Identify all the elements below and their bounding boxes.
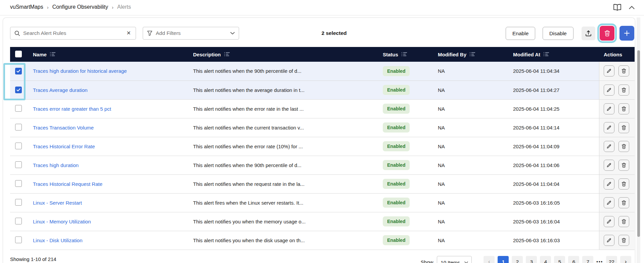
- delete-row-button[interactable]: [618, 141, 629, 152]
- row-checkbox[interactable]: [15, 218, 22, 224]
- check-icon: [16, 88, 20, 92]
- vertical-scrollbar[interactable]: [637, 17, 640, 263]
- edit-row-button[interactable]: [604, 122, 614, 133]
- status-badge: Enabled: [383, 85, 410, 95]
- delete-row-button[interactable]: [618, 216, 629, 227]
- delete-row-button[interactable]: [618, 65, 629, 76]
- column-header-modified-at[interactable]: Modified At: [513, 47, 599, 62]
- page-button-5[interactable]: 5: [554, 256, 565, 263]
- alert-name-link[interactable]: Traces error rate greater than 5 pct: [33, 106, 111, 112]
- alert-name-link[interactable]: Linux - Memory Utilization: [33, 219, 91, 224]
- column-menu-icon[interactable]: [544, 52, 549, 57]
- edit-row-button[interactable]: [604, 197, 614, 208]
- delete-row-button[interactable]: [618, 178, 629, 190]
- edit-row-button[interactable]: [604, 65, 614, 76]
- alert-description: This alert notifies when the error rate …: [193, 99, 383, 118]
- showing-summary: Showing 1-10 of 214: [10, 256, 56, 262]
- page-button-3[interactable]: 3: [526, 256, 537, 263]
- page-button-6[interactable]: 6: [568, 256, 579, 263]
- page-button-22[interactable]: 22: [606, 256, 617, 263]
- status-badge: Enabled: [383, 104, 410, 114]
- column-header-modified-by[interactable]: Modified By: [438, 47, 513, 62]
- row-checkbox[interactable]: [15, 199, 22, 206]
- edit-row-button[interactable]: [604, 103, 614, 114]
- footer-pagination-area: Show 10 Items ‹ 1234567•••22 ›: [421, 256, 631, 263]
- edit-row-button[interactable]: [604, 141, 614, 152]
- delete-row-button[interactable]: [618, 160, 629, 171]
- alert-name-link[interactable]: Linux - Server Restart: [33, 200, 82, 206]
- delete-row-button[interactable]: [618, 103, 629, 114]
- edit-row-button[interactable]: [604, 160, 614, 171]
- alert-name-link[interactable]: Traces high duration: [33, 162, 79, 168]
- row-checkbox[interactable]: [15, 180, 22, 187]
- status-badge: Enabled: [383, 122, 410, 133]
- previous-page-button[interactable]: ‹: [484, 256, 495, 263]
- alert-name-link[interactable]: Traces Historical Error Rate: [33, 144, 95, 149]
- trash-icon: [622, 200, 626, 205]
- alert-name-link[interactable]: Traces high duration for historical aver…: [33, 68, 127, 74]
- row-checkbox[interactable]: [15, 124, 22, 130]
- enable-button[interactable]: Enable: [506, 27, 535, 40]
- add-filters-dropdown[interactable]: Add Filters: [143, 27, 239, 40]
- edit-row-button[interactable]: [604, 216, 614, 227]
- delete-row-button[interactable]: [618, 85, 629, 96]
- search-box: ✕: [10, 27, 136, 40]
- page-button-4[interactable]: 4: [540, 256, 551, 263]
- edit-row-button[interactable]: [604, 178, 614, 190]
- breadcrumb-item-root[interactable]: vuSmartMaps: [10, 4, 43, 10]
- row-checkbox[interactable]: [15, 68, 22, 74]
- edit-row-button[interactable]: [604, 235, 614, 246]
- column-header-status[interactable]: Status: [383, 47, 438, 62]
- page-size-select[interactable]: 10 Items: [437, 256, 472, 263]
- search-input[interactable]: [23, 30, 123, 36]
- alert-description: This alert fires when the Linux server r…: [193, 193, 383, 212]
- page-button-7[interactable]: 7: [582, 256, 593, 263]
- documentation-book-icon[interactable]: [613, 4, 622, 11]
- pagination-ellipsis[interactable]: •••: [596, 259, 603, 263]
- row-checkbox[interactable]: [15, 143, 22, 149]
- column-menu-icon[interactable]: [402, 52, 407, 57]
- column-menu-icon[interactable]: [50, 52, 56, 57]
- show-label: Show: [421, 259, 433, 263]
- modified-by-value: NA: [438, 174, 513, 193]
- alert-name-link[interactable]: Traces Historical Request Rate: [33, 181, 102, 187]
- page-button-1[interactable]: 1: [498, 256, 509, 263]
- trash-icon: [622, 106, 626, 111]
- row-checkbox[interactable]: [15, 87, 22, 93]
- bulk-delete-button[interactable]: [600, 26, 614, 41]
- alert-description: This alert notifies you when the disk us…: [193, 231, 383, 250]
- trash-icon: [622, 88, 626, 93]
- table-row: Traces error rate greater than 5 pct Thi…: [10, 99, 635, 118]
- scrollbar-thumb[interactable]: [637, 50, 640, 237]
- breadcrumb-item-configure-observability[interactable]: Configure Observability: [52, 4, 108, 10]
- collapse-chevron-up-icon[interactable]: [629, 6, 635, 9]
- delete-row-button[interactable]: [618, 122, 629, 133]
- modified-at-value: 2025-06-04 11:04:34: [513, 62, 599, 81]
- breadcrumb-item-alerts: Alerts: [117, 4, 131, 10]
- alert-name-link[interactable]: Traces Average duration: [33, 87, 88, 93]
- alert-name-link[interactable]: Traces Transaction Volume: [33, 125, 94, 130]
- clear-search-icon[interactable]: ✕: [126, 30, 132, 37]
- row-checkbox[interactable]: [15, 161, 22, 168]
- column-header-name[interactable]: Name: [33, 47, 193, 62]
- pencil-icon: [606, 106, 611, 111]
- row-checkbox[interactable]: [15, 105, 22, 112]
- pencil-icon: [606, 163, 611, 168]
- row-checkbox[interactable]: [15, 236, 22, 243]
- modified-at-value: 2025-06-04 11:04:04: [513, 174, 599, 193]
- delete-row-button[interactable]: [618, 235, 629, 246]
- trash-icon: [622, 219, 626, 224]
- add-alert-button[interactable]: [619, 26, 634, 41]
- delete-row-button[interactable]: [618, 197, 629, 208]
- alert-name-link[interactable]: Linux - Disk Utilization: [33, 238, 83, 243]
- column-menu-icon[interactable]: [470, 52, 475, 57]
- next-page-button[interactable]: ›: [620, 256, 631, 263]
- disable-button[interactable]: Disable: [543, 27, 573, 40]
- page-button-2[interactable]: 2: [512, 256, 523, 263]
- export-upload-button[interactable]: [582, 27, 595, 40]
- status-badge: Enabled: [383, 198, 410, 208]
- edit-row-button[interactable]: [604, 85, 614, 96]
- column-menu-icon[interactable]: [224, 52, 230, 57]
- column-header-description[interactable]: Description: [193, 47, 383, 62]
- select-all-checkbox[interactable]: [15, 51, 22, 57]
